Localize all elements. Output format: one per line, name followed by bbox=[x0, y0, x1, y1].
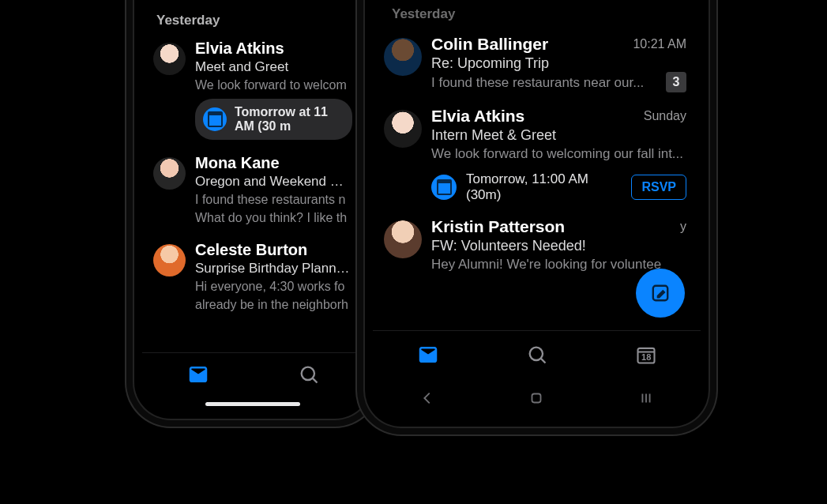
search-tab[interactable] bbox=[526, 344, 548, 369]
home-indicator bbox=[205, 402, 300, 406]
preview: We look forward to welcom bbox=[195, 77, 352, 94]
email-list-right: Colin Ballinger 10:21 AM Re: Upcoming Tr… bbox=[373, 27, 701, 280]
preview: I found these restaurants near our... bbox=[431, 74, 658, 92]
mail-icon bbox=[186, 363, 210, 386]
calendar-day: 18 bbox=[635, 352, 657, 362]
tab-bar bbox=[142, 352, 363, 398]
chevron-left-icon bbox=[419, 389, 436, 407]
android-system-nav bbox=[373, 381, 701, 419]
preview: What do you think? I like th bbox=[195, 209, 352, 227]
email-item[interactable]: Colin Ballinger 10:21 AM Re: Upcoming Tr… bbox=[373, 27, 701, 99]
system-back[interactable] bbox=[419, 389, 436, 410]
screen-left: Yesterday Elvia Atkins Meet and Greet We… bbox=[142, 0, 363, 411]
calendar-icon bbox=[431, 175, 457, 200]
screen-right: Yesterday Colin Ballinger 10:21 AM Re: U… bbox=[373, 0, 701, 419]
svg-line-1 bbox=[312, 378, 317, 382]
three-bars-icon bbox=[637, 389, 655, 407]
avatar bbox=[153, 244, 186, 276]
subject: Meet and Greet bbox=[195, 59, 352, 75]
sender: Elvia Atkins bbox=[431, 107, 524, 126]
section-label-yesterday: Yesterday bbox=[156, 13, 220, 28]
mail-icon bbox=[416, 343, 440, 367]
avatar bbox=[384, 220, 422, 258]
time: 10:21 AM bbox=[633, 37, 686, 51]
phone-right: Yesterday Colin Ballinger 10:21 AM Re: U… bbox=[365, 0, 709, 427]
subject: Re: Upcoming Trip bbox=[431, 55, 686, 72]
calendar-icon bbox=[203, 107, 227, 131]
calendar-tab[interactable]: 18 bbox=[635, 344, 657, 369]
search-icon bbox=[526, 344, 548, 366]
section-label-yesterday: Yesterday bbox=[392, 6, 455, 22]
email-item[interactable]: Elvia Atkins Sunday Intern Meet & Greet … bbox=[373, 99, 701, 209]
avatar bbox=[384, 38, 422, 76]
system-recents[interactable] bbox=[637, 389, 655, 410]
tab-bar: 18 bbox=[373, 330, 701, 381]
preview: already be in the neighborh bbox=[195, 296, 352, 314]
svg-line-4 bbox=[541, 358, 546, 363]
avatar bbox=[153, 43, 186, 75]
sender: Celeste Burton bbox=[195, 241, 307, 259]
thread-count-badge: 3 bbox=[666, 72, 686, 92]
svg-rect-7 bbox=[532, 394, 541, 403]
svg-point-0 bbox=[301, 367, 314, 379]
rsvp-button[interactable]: RSVP bbox=[631, 175, 686, 200]
avatar bbox=[153, 157, 186, 190]
sender: Colin Ballinger bbox=[431, 35, 548, 54]
email-item[interactable]: Mona Kane Oregon and Weekend Geta I foun… bbox=[142, 146, 363, 233]
sender: Kristin Patterson bbox=[431, 217, 565, 236]
compose-fab[interactable] bbox=[636, 269, 685, 318]
time: y bbox=[680, 220, 686, 234]
search-icon bbox=[298, 363, 320, 386]
event-row: Tomorrow, 11:00 AM (30m) RSVP bbox=[431, 171, 686, 203]
phone-left: Yesterday Elvia Atkins Meet and Greet We… bbox=[134, 0, 371, 419]
event-text: Tomorrow, 11:00 AM (30m) bbox=[466, 171, 622, 203]
event-chip-text: Tomorrow at 11 AM (30 m bbox=[235, 105, 341, 134]
event-chip[interactable]: Tomorrow at 11 AM (30 m bbox=[195, 99, 352, 140]
subject: Intern Meet & Greet bbox=[431, 127, 686, 144]
time: Sunday bbox=[644, 109, 686, 123]
avatar bbox=[384, 110, 422, 148]
system-home[interactable] bbox=[528, 389, 545, 410]
svg-point-3 bbox=[530, 347, 543, 359]
subject: FW: Volunteers Needed! bbox=[431, 238, 686, 254]
preview: Hi everyone, 4:30 works fo bbox=[195, 278, 352, 295]
mail-tab[interactable] bbox=[416, 343, 440, 370]
email-item[interactable]: Celeste Burton Surprise Birthday Plannin… bbox=[142, 233, 363, 320]
sender: Elvia Atkins bbox=[195, 39, 284, 58]
square-icon bbox=[528, 389, 545, 407]
preview: We look forward to welcoming our fall in… bbox=[431, 145, 686, 164]
sender: Mona Kane bbox=[195, 154, 280, 172]
mail-tab[interactable] bbox=[186, 363, 210, 389]
subject: Oregon and Weekend Geta bbox=[195, 174, 352, 190]
preview: I found these restaurants n bbox=[195, 191, 352, 209]
compose-icon bbox=[650, 283, 671, 303]
email-item[interactable]: Elvia Atkins Meet and Greet We look forw… bbox=[142, 32, 363, 146]
subject: Surprise Birthday Planning bbox=[195, 261, 352, 276]
email-list-left: Elvia Atkins Meet and Greet We look forw… bbox=[142, 32, 363, 320]
search-tab[interactable] bbox=[298, 363, 320, 389]
